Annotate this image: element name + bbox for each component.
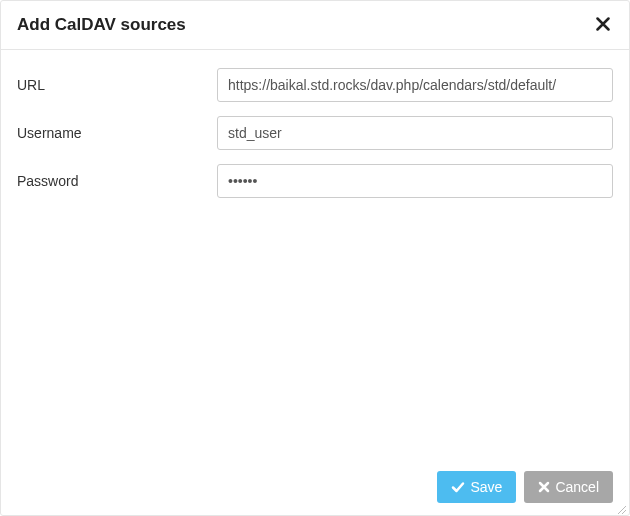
modal-body: URL Username Password <box>1 50 629 459</box>
add-caldav-modal: Add CalDAV sources URL Username Password <box>0 0 630 516</box>
save-label: Save <box>470 479 502 495</box>
form-row-url: URL <box>17 68 613 102</box>
password-input[interactable] <box>217 164 613 198</box>
url-label: URL <box>17 77 217 93</box>
username-label: Username <box>17 125 217 141</box>
save-button[interactable]: Save <box>437 471 516 503</box>
form-row-password: Password <box>17 164 613 198</box>
username-input[interactable] <box>217 116 613 150</box>
close-icon <box>596 17 610 34</box>
modal-footer: Save Cancel <box>1 459 629 515</box>
password-label: Password <box>17 173 217 189</box>
cancel-label: Cancel <box>555 479 599 495</box>
modal-title: Add CalDAV sources <box>17 15 186 35</box>
form-row-username: Username <box>17 116 613 150</box>
cancel-button[interactable]: Cancel <box>524 471 613 503</box>
close-button[interactable] <box>593 15 613 35</box>
modal-header: Add CalDAV sources <box>1 1 629 50</box>
x-icon <box>538 481 550 493</box>
url-input[interactable] <box>217 68 613 102</box>
check-icon <box>451 480 465 494</box>
